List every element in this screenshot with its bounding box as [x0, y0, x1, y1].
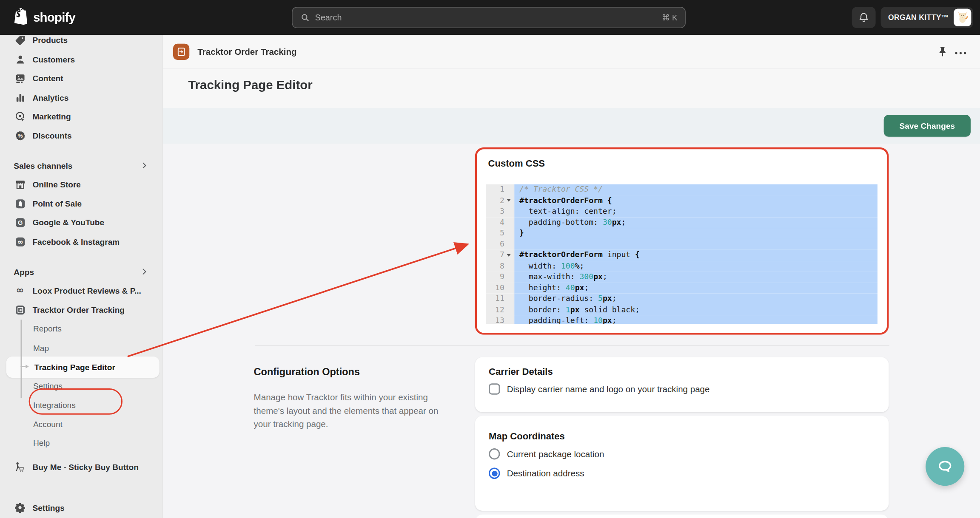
code-line: 10 height: 40px; — [486, 283, 877, 294]
line-number-gutter: 10 — [486, 283, 515, 294]
code-line: 9 max-width: 300px; — [486, 272, 877, 283]
sidebar-item-help[interactable]: Help — [5, 434, 158, 451]
sidebar-item-label: Content — [32, 74, 63, 83]
code-line: 11 border-radius: 5px; — [486, 294, 877, 305]
code-line: 12 border: 1px solid black; — [486, 304, 877, 315]
map-coordinates-card: Map Coordinates Current package location… — [475, 416, 889, 511]
configuration-options-title: Configuration Options — [254, 367, 360, 378]
sales-channels-header[interactable]: Sales channels — [5, 157, 158, 173]
search-input[interactable]: Search ⌘ K — [292, 7, 686, 28]
line-number-gutter: 4 — [486, 217, 515, 228]
code-text: text-align: center; — [514, 206, 877, 217]
line-number-gutter: 11 — [486, 294, 515, 305]
fold-arrow-icon[interactable] — [507, 199, 511, 202]
sidebar-item-loox-product-reviews-p[interactable]: ∞Loox Product Reviews & P... — [5, 282, 158, 299]
line-number-gutter: 1 — [486, 184, 515, 195]
bell-icon — [858, 12, 869, 23]
sidebar-item-label: Point of Sale — [32, 199, 82, 208]
search-placeholder: Search — [315, 13, 657, 22]
shopify-wordmark: shopify — [33, 10, 75, 25]
chat-bubble-icon — [936, 457, 954, 476]
sidebar-item-label: Buy Me - Sticky Buy Button — [32, 462, 138, 472]
google-icon: G — [14, 216, 26, 228]
sidebar-item-marketing[interactable]: Marketing — [5, 108, 158, 125]
help-beacon-button[interactable] — [926, 447, 964, 486]
code-line: 5} — [486, 228, 877, 239]
sidebar-item-map[interactable]: Map — [5, 339, 158, 357]
more-options-icon[interactable] — [954, 48, 967, 59]
carrier-checkbox-label[interactable]: Display carrier name and logo on your tr… — [507, 384, 710, 394]
css-code-editor[interactable]: 1/* Tracktor CSS */2#tracktorOrderForm {… — [486, 184, 877, 324]
sidebar-item-label: Tracktor Order Tracking — [32, 305, 125, 314]
storefront-icon — [14, 178, 26, 190]
radio-unselected[interactable] — [489, 448, 500, 459]
code-line: 7#tracktorOrderForm input { — [486, 250, 877, 261]
sidebar-item-content[interactable]: Content — [5, 69, 158, 87]
sidebar-item-label: Loox Product Reviews & P... — [32, 286, 141, 295]
apps-label: Apps — [14, 267, 139, 276]
code-text: height: 40px; — [514, 283, 877, 294]
chevron-right-icon — [140, 161, 150, 171]
fold-arrow-icon[interactable] — [507, 254, 511, 257]
sidebar-item-discounts[interactable]: %Discounts — [5, 127, 158, 144]
store-menu[interactable]: ORGAN KITTY™ — [880, 7, 973, 28]
code-line: 6 — [486, 239, 877, 250]
sidebar-item-label: Settings — [32, 503, 64, 512]
code-text: padding-bottom: 30px; — [514, 217, 877, 228]
tree-connector-line — [20, 320, 21, 398]
line-number-gutter: 8 — [486, 260, 515, 272]
code-text: padding-left: 10px; — [514, 315, 877, 324]
apps-header[interactable]: Apps — [5, 263, 158, 280]
code-line: 13 padding-left: 10px; — [486, 315, 877, 324]
code-text: #tracktorOrderForm { — [514, 195, 877, 206]
code-text: border: 1px solid black; — [514, 304, 877, 315]
sidebar-item-analytics[interactable]: Analytics — [5, 89, 158, 106]
code-text: } — [514, 228, 877, 239]
app-header-title: Tracktor Order Tracking — [197, 39, 296, 65]
sidebar-item-facebook-instagram[interactable]: ∞Facebook & Instagram — [5, 233, 158, 250]
code-line: 3 text-align: center; — [486, 206, 877, 217]
pos-icon — [14, 197, 26, 209]
code-text: #tracktorOrderForm input { — [514, 250, 877, 261]
person-icon — [14, 53, 26, 65]
sidebar-item-reports[interactable]: Reports — [5, 320, 158, 337]
sidebar-item-google-youtube[interactable]: GGoogle & YouTube — [5, 214, 158, 231]
radio-selected[interactable] — [489, 468, 500, 479]
sidebar-item-label: Analytics — [32, 93, 68, 102]
sidebar-item-point-of-sale[interactable]: Point of Sale — [5, 195, 158, 212]
line-number-gutter: 2 — [486, 195, 515, 206]
save-changes-button[interactable]: Save Changes — [884, 115, 971, 136]
code-line: 8 width: 100%; — [486, 260, 877, 272]
top-bar: shopify Search ⌘ K ORGAN KITTY™ — [0, 0, 980, 35]
sidebar-item-label: Google & YouTube — [32, 218, 104, 227]
map-option-row: Destination address — [489, 468, 584, 479]
sidebar-item-label: Map — [33, 343, 49, 352]
sidebar-item-account[interactable]: Account — [5, 415, 158, 433]
svg-text:∞: ∞ — [17, 237, 23, 246]
infinity-icon: ∞ — [14, 284, 26, 297]
cart-person-icon — [14, 461, 26, 473]
sidebar-item-buy-me[interactable]: Buy Me - Sticky Buy Button — [5, 459, 158, 476]
code-text — [514, 239, 877, 250]
notifications-button[interactable] — [852, 7, 876, 28]
carrier-checkbox[interactable] — [489, 383, 500, 394]
sidebar-item-online-store[interactable]: Online Store — [5, 175, 158, 193]
svg-text:∞: ∞ — [16, 285, 24, 295]
sidebar-nav: ProductsCustomersContentAnalyticsMarketi… — [0, 35, 163, 518]
shopify-logo[interactable]: shopify — [12, 7, 75, 28]
map-option-label[interactable]: Current package location — [507, 449, 604, 459]
sidebar-item-tracking-page-editor[interactable]: Tracking Page Editor — [6, 357, 160, 378]
sidebar-item-label: Reports — [33, 324, 62, 333]
line-number-gutter: 7 — [486, 250, 515, 261]
sidebar-item-label: Products — [32, 35, 68, 45]
meta-icon: ∞ — [14, 235, 26, 248]
store-avatar — [954, 9, 971, 26]
sidebar-item-tracktor-order-tracking[interactable]: Tracktor Order Tracking — [5, 301, 158, 318]
map-option-label[interactable]: Destination address — [507, 468, 584, 478]
gear-icon — [14, 501, 26, 514]
sidebar-item-customers[interactable]: Customers — [5, 51, 158, 68]
sidebar-item-settings[interactable]: Settings — [5, 499, 158, 516]
pin-icon[interactable] — [936, 45, 949, 60]
tracktor-app-icon — [173, 44, 189, 60]
discount-icon: % — [14, 129, 26, 142]
